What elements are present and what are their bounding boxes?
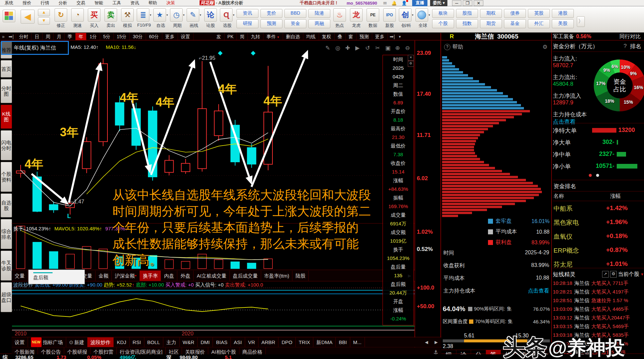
view-link[interactable]: 点击查看 bbox=[528, 288, 549, 295]
func-tab-ARBR[interactable]: ARBR bbox=[258, 337, 279, 347]
pager-dot-active[interactable] bbox=[589, 174, 592, 177]
element bbox=[553, 180, 644, 180]
chip-bar-red bbox=[442, 179, 526, 181]
chip-bar-red bbox=[442, 176, 518, 178]
chip-settings-icon[interactable]: ⚙ bbox=[543, 44, 548, 51]
func-tab-波段炒作[interactable]: 波段炒作 bbox=[87, 337, 114, 347]
rank-row-name[interactable]: ERP概念 bbox=[554, 246, 579, 255]
data-panel-row: 15.14 bbox=[383, 168, 413, 176]
alert-action: 大笔买入20447手 bbox=[591, 315, 630, 321]
panel-gear-icon[interactable]: ⚙ bbox=[408, 61, 414, 67]
alert-row[interactable]: 13:03:09海兰信大笔买入 4465手 bbox=[553, 306, 644, 312]
func-tab-新DMA[interactable]: 新DMA bbox=[313, 337, 336, 347]
indicator-tab-沪深金额[interactable]: 沪深金额● bbox=[112, 271, 140, 281]
func-scroll-left-icon[interactable]: ◄ bbox=[422, 339, 431, 345]
indicator-tab-金额[interactable]: 金额 bbox=[95, 271, 112, 281]
rank-col-change[interactable]: 涨幅 bbox=[610, 193, 621, 200]
func-tab-设置[interactable]: 设置 bbox=[12, 337, 28, 347]
undo-icon[interactable]: ↺ bbox=[365, 45, 370, 52]
indicator-tab-盘后成交量[interactable]: 盘后成交量 bbox=[230, 271, 261, 281]
func-tab-label: TRIX bbox=[299, 337, 310, 347]
kline-selector[interactable]: 年线(复权) 海兰信 bbox=[1, 41, 69, 55]
func-tab-W&R[interactable]: W&R bbox=[180, 337, 198, 347]
chip-bar-blue bbox=[442, 89, 497, 91]
play-icon[interactable]: ▶ bbox=[355, 45, 360, 52]
data-panel-row: 盘后额 bbox=[383, 280, 413, 289]
slider-lo: 5.61 bbox=[464, 333, 474, 339]
annotation-line: 成长性数据能够持续保持，那么未来或有可能 bbox=[112, 236, 371, 252]
chip-bar-blue bbox=[442, 107, 524, 109]
cut-icon[interactable]: ✂ bbox=[375, 45, 380, 52]
panel-close-icon[interactable]: ✕ bbox=[408, 55, 414, 61]
pencil-icon[interactable]: ✎ bbox=[325, 45, 330, 52]
func-tab-DPO[interactable]: DPO bbox=[278, 337, 296, 347]
func-tab-DMI[interactable]: DMI bbox=[198, 337, 213, 347]
func-tab-ASI[interactable]: ASI bbox=[231, 337, 245, 347]
flow-label: 主力流入: bbox=[553, 55, 577, 62]
indicator-tab-内盘[interactable]: 内盘 bbox=[161, 271, 177, 281]
donut-center-text: 资金占比 bbox=[612, 78, 627, 93]
alerts-scope-select[interactable]: 当前个股 bbox=[618, 271, 639, 278]
func-tab-主力[interactable]: 主力 bbox=[163, 337, 180, 347]
eye-icon[interactable]: ◎ bbox=[335, 45, 340, 52]
pager-dot[interactable] bbox=[596, 174, 599, 177]
alert-row[interactable]: 10:28:51海兰信急速拉升 1.57 % bbox=[553, 298, 644, 304]
alert-row[interactable]: 13:03:12海兰信大笔买入20447手 bbox=[553, 315, 644, 321]
rank-row-name[interactable]: 黑色家电 bbox=[554, 218, 579, 227]
alert-row[interactable]: 10:28:18海兰信大笔买入 7711手 bbox=[553, 280, 644, 287]
alert-row[interactable]: 10:28:21海兰信大笔买入 4197手 bbox=[553, 289, 644, 295]
func-tab-KDJ[interactable]: KDJ bbox=[114, 337, 129, 347]
indicator-tab-外盘[interactable]: 外盘 bbox=[177, 271, 194, 281]
rank-row-name[interactable]: 血氧仪 bbox=[554, 232, 572, 241]
func-tab-M...[interactable]: M... bbox=[350, 337, 365, 347]
indicator-tab-AI立桩成交量[interactable]: AI立桩成交量 bbox=[194, 271, 230, 281]
alert-row[interactable]: 13:03:15海兰信大笔买入 5469手 bbox=[553, 323, 644, 330]
element bbox=[553, 123, 644, 123]
indicator-tab-陆股[interactable]: 陆股 bbox=[292, 271, 309, 281]
func-tab-BBI[interactable]: BBI bbox=[336, 337, 350, 347]
zoom-in-icon[interactable]: ⊕ bbox=[395, 45, 400, 52]
alerts-settings-icon[interactable]: ⚙ bbox=[610, 271, 617, 278]
data-panel-row: 成交额 bbox=[383, 228, 413, 237]
func-tab-指标广场[interactable]: NEW指标广场 bbox=[28, 337, 66, 347]
fund-rank-link[interactable]: 排名 bbox=[630, 43, 641, 50]
func-tab-BOLL[interactable]: BOLL bbox=[144, 337, 163, 347]
cycle-label: 3年 bbox=[60, 124, 79, 141]
data-panel-row: 最高价 bbox=[383, 124, 413, 133]
indicator-tab-换手率[interactable]: 换手率 bbox=[140, 271, 161, 281]
indicator-tab-交量[interactable]: 交量 bbox=[12, 271, 28, 281]
legend-swatch bbox=[488, 229, 493, 234]
hand-icon[interactable]: ✚ bbox=[345, 45, 350, 52]
status-item: 深 bbox=[166, 354, 171, 359]
ma10-label: MA10: 11.56↓ bbox=[106, 44, 136, 50]
chip-bar-red bbox=[442, 215, 458, 217]
cycle-label: 4年 bbox=[218, 81, 237, 97]
data-panel-row: 20.44万 bbox=[383, 289, 413, 297]
chip-bar-red bbox=[442, 134, 480, 136]
lock-icon[interactable]: ▣ bbox=[385, 45, 391, 52]
func-tab-新建[interactable]: ⊙新建 bbox=[66, 337, 88, 347]
indicator-tab-市盈率(ttm)[interactable]: 市盈率(ttm) bbox=[261, 271, 293, 281]
zoom-out-icon[interactable]: ⊖ bbox=[405, 45, 410, 52]
help-icon[interactable]: ? bbox=[444, 44, 450, 50]
rank-col-name[interactable]: 名称 bbox=[554, 193, 564, 200]
chip-bar-red bbox=[442, 170, 502, 172]
rank-row-change: +1.96% bbox=[606, 218, 628, 226]
fund-help-icon[interactable]: ? bbox=[624, 43, 627, 50]
func-tab-TRIX[interactable]: TRIX bbox=[296, 337, 313, 347]
legend-line-swatch bbox=[33, 272, 53, 273]
data-panel-row: 6914万 bbox=[383, 219, 413, 228]
func-tab-VR[interactable]: VR bbox=[245, 337, 258, 347]
func-tab-RSI[interactable]: RSI bbox=[130, 337, 144, 347]
func-scroll-right-icon[interactable]: ► bbox=[431, 339, 441, 345]
chip-bar-red bbox=[442, 173, 510, 175]
func-tab-BIAS[interactable]: BIAS bbox=[213, 337, 231, 347]
rank-row-name[interactable]: 中船系 bbox=[554, 204, 572, 213]
legend-label: 套牢盘 bbox=[496, 218, 512, 225]
alerts-popout-icon[interactable]: ↗ bbox=[602, 271, 609, 278]
chip-bar-blue bbox=[442, 68, 459, 70]
swatch-90 bbox=[468, 307, 472, 311]
flow-link[interactable]: 点击查看 bbox=[553, 118, 575, 126]
x-label-2010: 2010 bbox=[15, 331, 27, 337]
chip-bar-red bbox=[442, 143, 475, 145]
